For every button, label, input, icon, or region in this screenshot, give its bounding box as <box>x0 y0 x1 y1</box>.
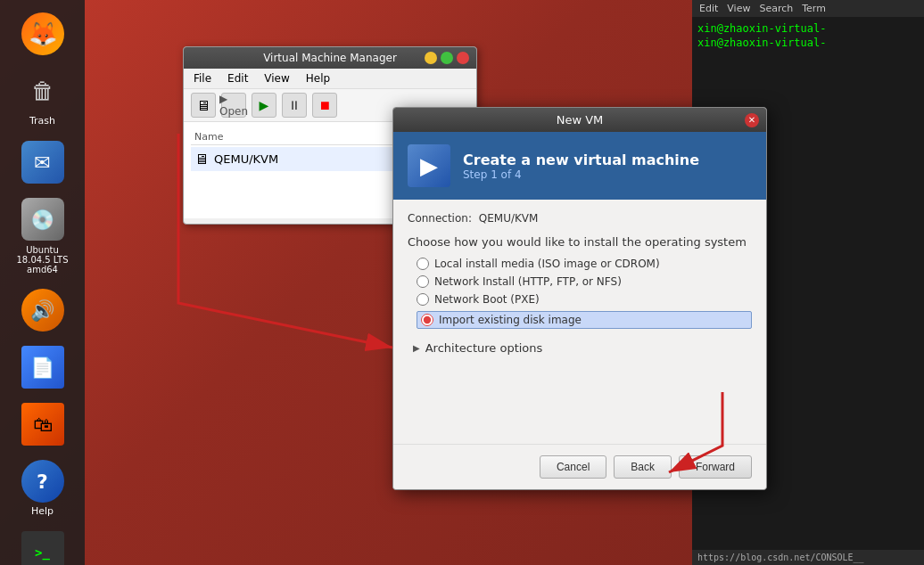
trash-label: Trash <box>29 115 55 127</box>
arch-arrow-icon: ▶ <box>413 343 420 353</box>
taskbar-music[interactable]: 🔊 <box>18 285 68 335</box>
option-local-label: Local install media (ISO image or CDROM) <box>434 258 660 270</box>
music-icon: 🔊 <box>21 289 64 332</box>
cancel-button[interactable]: Cancel <box>540 455 606 479</box>
terminal-menu-search[interactable]: Search <box>759 3 793 14</box>
dvd-icon: 💿 <box>21 198 64 241</box>
dialog-close-btn[interactable]: ✕ <box>745 113 759 127</box>
install-options: Local install media (ISO image or CDROM)… <box>408 258 752 329</box>
radio-import-disk[interactable] <box>421 314 433 326</box>
vmm-close-btn[interactable] <box>457 52 469 64</box>
option-local[interactable]: Local install media (ISO image or CDROM) <box>417 258 752 270</box>
vmm-titlebar-buttons <box>425 52 469 64</box>
terminal-content: xin@zhaoxin-virtual- xin@zhaoxin-virtual… <box>692 17 924 56</box>
connection-row: Connection: QEMU/KVM <box>408 212 752 225</box>
vmm-toolbar-open-btn[interactable]: ▶ Open <box>221 93 246 118</box>
option-network-install[interactable]: Network Install (HTTP, FTP, or NFS) <box>417 275 752 288</box>
taskbar-help[interactable]: ? Help <box>18 456 68 520</box>
dialog-header-text: Create a new virtual machine Step 1 of 4 <box>463 151 699 181</box>
taskbar-firefox[interactable]: 🦊 <box>18 9 68 59</box>
taskbar-terminal[interactable]: >_ <box>18 528 68 565</box>
taskbar-trash[interactable]: 🗑 Trash <box>18 66 68 130</box>
vmm-titlebar: Virtual Machine Manager <box>184 47 476 69</box>
radio-network-install[interactable] <box>417 275 429 288</box>
help-icon: ? <box>21 460 64 503</box>
dialog-header: ▶ Create a new virtual machine Step 1 of… <box>393 132 766 200</box>
radio-local[interactable] <box>417 258 429 270</box>
trash-icon: 🗑 <box>21 70 64 112</box>
arch-options-row[interactable]: ▶ Architecture options <box>408 341 752 355</box>
email-icon: ✉ <box>21 141 64 184</box>
terminal-menu-view[interactable]: View <box>727 3 750 14</box>
terminal-icon: >_ <box>21 531 64 565</box>
option-network-boot-label: Network Boot (PXE) <box>434 293 540 306</box>
taskbar-dvd[interactable]: 💿 Ubuntu18.04.5 LTSamd64 <box>13 194 72 278</box>
desktop: 🦊 🗑 Trash ✉ 💿 Ubuntu18.04.5 LTSamd64 🔊 <box>0 0 924 565</box>
texteditor-icon: 📄 <box>21 346 64 389</box>
arch-options-label: Architecture options <box>425 341 543 355</box>
radio-network-boot[interactable] <box>417 293 429 306</box>
forward-button[interactable]: Forward <box>679 455 752 479</box>
vmm-menu-help[interactable]: Help <box>303 71 333 86</box>
appstore-icon: 🛍 <box>21 403 64 446</box>
install-label: Choose how you would like to install the… <box>408 235 752 249</box>
terminal-menu-edit[interactable]: Edit <box>699 3 718 14</box>
help-label: Help <box>31 505 54 517</box>
terminal-line-1: xin@zhaoxin-virtual- <box>697 22 919 35</box>
connection-label: Connection: <box>408 212 472 225</box>
dialog-header-icon: ▶ <box>408 144 450 187</box>
vmm-toolbar-new-btn[interactable]: 🖥 <box>191 93 216 118</box>
vmm-maximize-btn[interactable] <box>441 52 453 64</box>
vmm-minimize-btn[interactable] <box>425 52 437 64</box>
option-import-disk-label: Import existing disk image <box>439 314 582 326</box>
terminal-menu-term[interactable]: Term <box>802 3 826 14</box>
dialog-footer: Cancel Back Forward <box>393 444 766 489</box>
connection-value: QEMU/KVM <box>479 212 539 225</box>
taskbar: 🦊 🗑 Trash ✉ 💿 Ubuntu18.04.5 LTSamd64 🔊 <box>0 0 85 565</box>
taskbar-email[interactable]: ✉ <box>18 137 68 187</box>
vmm-vm-name: QEMU/KVM <box>214 152 278 166</box>
dialog-body: Connection: QEMU/KVM Choose how you woul… <box>393 200 766 367</box>
dvd-label: Ubuntu18.04.5 LTSamd64 <box>17 245 69 274</box>
dialog-titlebar: New VM ✕ <box>393 108 766 132</box>
vmm-menu-file[interactable]: File <box>191 71 214 86</box>
vmm-menu-view[interactable]: View <box>261 71 292 86</box>
vmm-menubar: File Edit View Help <box>184 69 476 89</box>
vmm-menu-edit[interactable]: Edit <box>225 71 251 86</box>
vmm-title: Virtual Machine Manager <box>263 52 397 64</box>
vmm-toolbar-pause-btn[interactable]: ⏸ <box>282 93 307 118</box>
dialog-header-step: Step 1 of 4 <box>463 168 699 181</box>
option-import-disk[interactable]: Import existing disk image <box>417 311 752 329</box>
terminal-line-2: xin@zhaoxin-virtual- <box>697 37 919 49</box>
vmm-toolbar-play-btn[interactable]: ▶ <box>252 93 276 118</box>
option-network-install-label: Network Install (HTTP, FTP, or NFS) <box>434 275 622 288</box>
terminal-menubar: Edit View Search Term <box>692 0 924 17</box>
taskbar-texteditor[interactable]: 📄 <box>18 342 68 392</box>
terminal-statusbar: https://blog.csdn.net/CONSOLE__ <box>692 550 924 565</box>
vmm-toolbar-stop-btn[interactable]: ⏹ <box>312 93 337 118</box>
back-button[interactable]: Back <box>614 455 672 479</box>
option-network-boot[interactable]: Network Boot (PXE) <box>417 293 752 306</box>
taskbar-appstore[interactable]: 🛍 <box>18 399 68 449</box>
firefox-icon: 🦊 <box>21 12 64 55</box>
new-vm-dialog: New VM ✕ ▶ Create a new virtual machine … <box>392 107 767 490</box>
dialog-header-title: Create a new virtual machine <box>463 151 699 168</box>
dialog-title: New VM <box>557 113 604 127</box>
